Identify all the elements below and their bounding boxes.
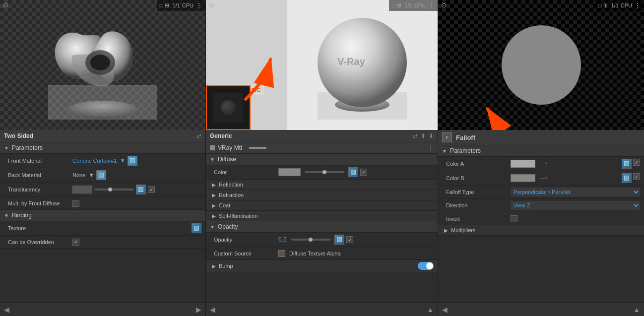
bump-toggle[interactable] — [418, 262, 434, 270]
color-a-texture-btn[interactable] — [622, 159, 632, 169]
middle-viewport-square-icon[interactable]: □ — [392, 2, 395, 8]
right-nav-left-icon[interactable]: ◀ — [442, 306, 448, 314]
color-b-checkbox[interactable] — [633, 173, 640, 180]
middle-properties: Generic ⇄ ⬆ ⬇ VRay Mtl ⋮ ▼ Diffuse Color — [206, 130, 438, 302]
color-b-label: Color B — [446, 175, 511, 181]
direction-dropdown[interactable]: View Z — [511, 201, 640, 210]
opacity-checkbox[interactable] — [346, 236, 353, 243]
reflection-label: Reflection — [219, 182, 243, 188]
middle-viewport-shield-icon[interactable]: ⛨ — [397, 2, 402, 8]
bump-section[interactable]: ▶ Bump — [206, 260, 438, 272]
front-material-value-container: Generic Curtain#1 ▼ — [72, 156, 201, 166]
middle-viewport-cpu: CPU — [414, 2, 426, 8]
middle-viewport-content: V-Ray JPG - fabric — [206, 0, 438, 130]
custom-source-swatch[interactable] — [278, 250, 285, 257]
left-header-arrow-icon[interactable]: ⇄ — [196, 132, 201, 139]
color-b-row: Color B —• — [438, 171, 644, 186]
self-illum-label: Self-Illumination — [219, 213, 258, 219]
opacity-slider[interactable] — [291, 239, 330, 241]
coat-section[interactable]: ▶ Coat — [206, 200, 438, 211]
middle-panel-header-icons: ⇄ ⬆ ⬇ — [413, 132, 434, 139]
can-override-row: Can be Overridden — [0, 236, 205, 249]
vray-sphere-svg: V-Ray — [313, 8, 412, 122]
opacity-value[interactable]: 0.5 — [278, 236, 287, 243]
opacity-thumb — [309, 238, 313, 242]
middle-viewport-menu-icon[interactable]: ⋮ — [428, 1, 435, 9]
self-illumination-section[interactable]: ▶ Self-Illumination — [206, 211, 438, 221]
back-material-value[interactable]: None — [72, 172, 85, 178]
right-properties: F Falloff ▼ Parameters Color A —• — [438, 130, 644, 302]
color-checkbox[interactable] — [360, 169, 367, 176]
left-viewport-icon: ⊙ — [3, 1, 8, 9]
middle-nav-left-icon[interactable]: ◀ — [210, 306, 215, 314]
right-params-arrow-icon: ▼ — [442, 148, 447, 154]
vray-mtl-dots-icon[interactable]: ⋮ — [428, 144, 434, 151]
translucency-swatch[interactable] — [72, 186, 92, 193]
translucency-slider[interactable] — [94, 189, 134, 190]
front-material-dropdown-icon[interactable]: ▼ — [120, 157, 126, 164]
right-viewport-menu-icon[interactable]: ⋮ — [634, 1, 641, 9]
direction-value: View Z — [511, 201, 640, 210]
right-viewport-shield-icon[interactable]: ⛨ — [603, 2, 609, 8]
color-b-swatch[interactable] — [511, 174, 535, 182]
thumbnail-small[interactable] — [206, 85, 251, 130]
color-b-texture-btn[interactable] — [622, 173, 632, 183]
mult-checkbox[interactable] — [72, 200, 79, 207]
refraction-section[interactable]: ▶ Refraction — [206, 190, 438, 200]
middle-header-upload-icon[interactable]: ⬆ — [421, 132, 426, 139]
invert-label: Invert — [446, 216, 511, 222]
bump-arrow-icon: ▶ — [212, 263, 216, 269]
bump-toggle-switch[interactable] — [418, 262, 434, 270]
color-thumb — [322, 170, 326, 174]
color-tex-inner — [351, 170, 356, 175]
left-parameters-section[interactable]: ▼ Parameters — [0, 142, 205, 154]
translucency-checkbox[interactable] — [148, 186, 155, 193]
middle-nav-right-icon[interactable]: ▲ — [427, 306, 434, 314]
right-nav-right-icon[interactable]: ▲ — [633, 306, 640, 314]
falloff-type-row: Falloff Type Perpendicular / Parallel — [438, 186, 644, 199]
left-nav-left-icon[interactable]: ◀ — [4, 306, 9, 314]
middle-viewport-toolbar: □ ⛨ 1/1 CPU ⋮ — [389, 0, 438, 11]
front-material-value[interactable]: Generic Curtain#1 — [72, 158, 117, 164]
middle-header-download-icon[interactable]: ⬇ — [429, 132, 434, 139]
middle-header-arrow1-icon[interactable]: ⇄ — [413, 132, 418, 139]
translucency-value — [72, 185, 201, 194]
diffuse-label: Diffuse — [218, 156, 236, 163]
opacity-section[interactable]: ▼ Opacity — [206, 221, 438, 233]
reflection-section[interactable]: ▶ Reflection — [206, 180, 438, 190]
back-material-dropdown-icon[interactable]: ▼ — [88, 172, 94, 179]
can-override-checkbox[interactable] — [72, 239, 79, 246]
left-binding-section[interactable]: ▼ Binding — [0, 210, 205, 221]
left-viewport-shield-icon[interactable]: ⛨ — [165, 2, 170, 8]
right-viewport-square-icon[interactable]: □ — [598, 2, 602, 8]
falloff-type-dropdown[interactable]: Perpendicular / Parallel — [511, 188, 640, 196]
right-params-label: Parameters — [450, 147, 481, 154]
color-a-checkbox[interactable] — [633, 159, 640, 166]
front-material-label: Front Material — [8, 158, 72, 164]
back-material-texture-inner — [99, 173, 104, 178]
translucency-texture-btn[interactable] — [136, 185, 146, 194]
color-slider[interactable] — [305, 171, 344, 173]
left-panel-header-icons: ⇄ — [196, 132, 201, 139]
can-override-value — [72, 239, 201, 246]
texture-map-btn[interactable] — [192, 223, 201, 233]
middle-viewport: ⊙ □ ⛨ 1/1 CPU ⋮ — [206, 0, 438, 130]
invert-checkbox[interactable] — [511, 215, 517, 222]
left-viewport-square-icon[interactable]: □ — [160, 2, 163, 8]
mult-value — [72, 200, 201, 207]
left-viewport-ratio: 1/1 — [172, 2, 180, 8]
color-a-swatch[interactable] — [511, 160, 535, 168]
diffuse-section[interactable]: ▼ Diffuse — [206, 154, 438, 165]
multipliers-section[interactable]: ▶ Multipliers — [438, 225, 644, 236]
color-swatch[interactable] — [278, 168, 301, 176]
custom-source-value: Diffuse Texture Alpha — [289, 251, 341, 256]
reflection-arrow-icon: ▶ — [212, 182, 216, 188]
opacity-texture-btn[interactable] — [334, 235, 344, 245]
left-viewport-toolbar-left: ⊙ — [0, 0, 11, 10]
color-texture-btn[interactable] — [348, 167, 358, 177]
back-material-texture-btn[interactable] — [96, 170, 106, 180]
left-nav-right-icon[interactable]: ▶ — [196, 306, 201, 314]
front-material-texture-btn[interactable] — [128, 156, 137, 166]
right-parameters-section[interactable]: ▼ Parameters — [438, 145, 644, 157]
left-viewport-menu-icon[interactable]: ⋮ — [195, 1, 202, 9]
